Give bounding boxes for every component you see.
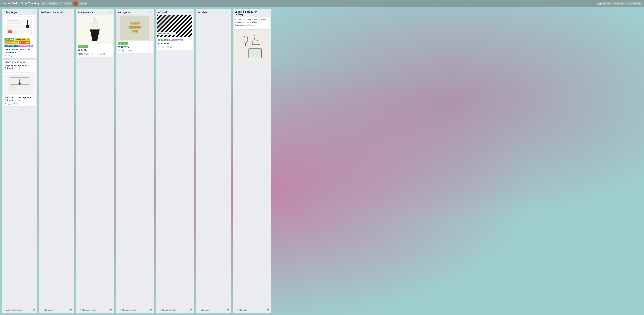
plus-icon-cp: + bbox=[4, 309, 6, 311]
archive-button-it[interactable]: ⊡ bbox=[190, 308, 193, 312]
svg-rect-4 bbox=[8, 25, 15, 26]
svg-rect-10 bbox=[8, 30, 12, 33]
list-menu-button-checked-in[interactable]: ··· bbox=[266, 12, 269, 15]
card-title-read-first: <READ FIRST> How to use Trello Board bbox=[4, 48, 34, 54]
list-body-waiting-approval bbox=[39, 15, 74, 307]
card-content-po-001: On Time Order #001 ▦ Template ≡ 📎 bbox=[76, 44, 113, 56]
svg-rect-37 bbox=[130, 22, 134, 23]
label-on-time: On Time bbox=[4, 38, 14, 41]
calendar-icon: 📅 bbox=[598, 2, 601, 5]
label-cfa-approved-it: CFA Approved bbox=[168, 39, 183, 41]
list-footer-checked-in: + Add a card ⊡ bbox=[232, 307, 271, 313]
card-read-first[interactable]: On Time Needs attention Needs Repair Bac… bbox=[3, 15, 36, 58]
checklist-indicator-it: ☑ 4/6 bbox=[167, 46, 172, 48]
show-menu-label: Show Menu bbox=[630, 2, 640, 5]
add-card-label-received: Add a card bbox=[200, 309, 210, 311]
list-in-progress: In Progress ··· bbox=[116, 9, 154, 313]
archive-button-cp[interactable]: ⊡ bbox=[33, 308, 36, 312]
plus-icon-ip: + bbox=[118, 309, 120, 311]
list-menu-button-it[interactable]: ··· bbox=[189, 10, 192, 14]
invite-button[interactable]: Invite bbox=[79, 2, 87, 6]
svg-rect-43 bbox=[239, 32, 265, 62]
show-menu-button[interactable]: ··· Show Menu bbox=[626, 2, 642, 6]
add-another-card-button-it[interactable]: + Add another card bbox=[157, 308, 190, 312]
attachment-indicator: 📎 1 bbox=[8, 55, 12, 57]
card-footer-read-first: ≡ 📎 1 bbox=[4, 55, 34, 57]
card-checked-in-notes[interactable]: L... sed dius dolore magn... quam nosven… bbox=[234, 17, 270, 30]
card-story-board[interactable]: STORY BOARD <add Storyboard Image here f… bbox=[3, 60, 36, 72]
comment-icon: 💬 bbox=[8, 103, 10, 105]
add-another-card-button-ip[interactable]: + Add another card bbox=[117, 308, 150, 312]
label-cfa-ordered: CFA Ordered bbox=[4, 44, 18, 47]
avatar[interactable]: A bbox=[73, 1, 78, 6]
checklist-icon-po: ☑ bbox=[100, 53, 102, 55]
card-it-002[interactable]: STEVIE HOWELL On Time CFA Approved Order… bbox=[157, 15, 193, 50]
calendar-button[interactable]: 📅 Calendar bbox=[597, 2, 612, 6]
archive-button-po[interactable]: ⊡ bbox=[110, 308, 113, 312]
attachment-icon: 📎 bbox=[8, 55, 10, 57]
card-image-sketch bbox=[234, 31, 270, 63]
list-body-checked-in: L... sed dius dolore magn... quam nosven… bbox=[232, 17, 271, 307]
personal-button[interactable]: Personal bbox=[47, 2, 59, 6]
butler-button[interactable]: ⚡ Butler bbox=[613, 2, 624, 6]
card-plan[interactable]: PLAN <add plan Image here for Quick refe… bbox=[3, 73, 36, 106]
list-menu-button-ip[interactable]: ··· bbox=[149, 10, 152, 14]
list-menu-button-client-project[interactable]: ··· bbox=[32, 10, 35, 14]
plus-icon-checked-in: + bbox=[235, 309, 236, 311]
card-po-001[interactable]: On Time Order #001 ▦ Template ≡ 📎 bbox=[76, 15, 113, 56]
list-menu-button-waiting-approval[interactable]: ··· bbox=[69, 10, 72, 14]
card-title-ip-001: Order #001 bbox=[118, 46, 152, 48]
add-card-button-received[interactable]: + Add a card bbox=[197, 308, 226, 312]
list-header-checked-in: Checked in ready for Delivery ··· bbox=[232, 9, 271, 17]
checklist-icon-it: ☑ bbox=[167, 46, 169, 48]
list-title-in-progress: In Progress bbox=[118, 11, 130, 14]
card-image-fabric: STEVIE HOWELL bbox=[157, 15, 193, 38]
card-title-po-001: Order #001 bbox=[78, 49, 112, 52]
list-purchase-order: Purchase Order ··· bbox=[76, 9, 114, 313]
svg-rect-5 bbox=[16, 25, 22, 26]
description-indicator: ≡ bbox=[4, 55, 7, 57]
list-body-received bbox=[196, 15, 231, 307]
card-image-read-first bbox=[4, 16, 34, 37]
card-ip-001[interactable]: On Time Order #001 ≡ 📎 1 ☑ 0/6 bbox=[116, 15, 153, 53]
description-icon-it: ≡ bbox=[158, 46, 160, 48]
template-icon: ▦ bbox=[79, 53, 81, 55]
archive-button-received[interactable]: ⊡ bbox=[226, 308, 230, 312]
svg-text:STEVIE HOWELL: STEVIE HOWELL bbox=[158, 33, 171, 34]
list-menu-button-po[interactable]: ··· bbox=[109, 10, 112, 14]
plus-icon-po: + bbox=[78, 309, 80, 311]
add-another-card-button-cp[interactable]: + Add another card bbox=[3, 308, 33, 312]
public-button[interactable]: 🌐 Public bbox=[60, 2, 72, 6]
archive-button-ip[interactable]: ⊡ bbox=[150, 308, 153, 312]
list-in-transit: in Transit ··· bbox=[156, 9, 194, 313]
checklist-indicator-ip: ☑ 0/6 bbox=[127, 49, 132, 52]
card-footer-plan: 👁 💬 1 📎 1 bbox=[4, 103, 34, 105]
description-indicator-it: ≡ bbox=[158, 46, 160, 48]
description-icon: ≡ bbox=[4, 55, 7, 57]
add-card-label-wa: Add a card bbox=[43, 309, 53, 311]
star-button[interactable]: ★ bbox=[41, 2, 46, 6]
add-card-button-wa[interactable]: + Add a card bbox=[40, 308, 70, 312]
attachment-indicator-po: 📎 1 bbox=[95, 53, 99, 55]
template-badge: ▦ Template bbox=[78, 52, 90, 55]
archive-button-wa[interactable]: ⊡ bbox=[70, 308, 73, 312]
label-cfa-approved: CFA Approved bbox=[18, 44, 33, 47]
card-checked-in-sketch[interactable] bbox=[234, 31, 270, 63]
header-right: 📅 Calendar ⚡ Butler ··· Show Menu bbox=[597, 2, 642, 6]
list-footer-waiting-approval: + Add a card ⊡ bbox=[39, 307, 74, 313]
svg-rect-8 bbox=[8, 28, 26, 28]
label-on-time-it: On Time bbox=[158, 39, 168, 41]
attachment-count-plan: 1 bbox=[16, 103, 17, 105]
card-footer-it-002: ≡ 📎 1 ☑ 4/6 bbox=[158, 46, 192, 48]
attachment-icon-plan: 📎 bbox=[13, 103, 16, 105]
add-another-card-label-po: Add another card bbox=[80, 309, 96, 311]
svg-rect-1 bbox=[8, 20, 18, 21]
add-another-card-button-po[interactable]: + Add another card bbox=[77, 308, 110, 312]
add-card-button-checked-in[interactable]: + Add a card bbox=[234, 308, 266, 312]
description-indicator-ip: ≡ bbox=[118, 49, 120, 52]
card-title-story-board: STORY BOARD <add Storyboard Image here f… bbox=[4, 61, 34, 70]
archive-button-checked-in[interactable]: ⊡ bbox=[266, 308, 270, 312]
list-menu-button-received[interactable]: ··· bbox=[226, 10, 229, 14]
list-received: Received ··· + Add a card ⊡ bbox=[196, 9, 231, 313]
list-footer-received: + Add a card ⊡ bbox=[196, 307, 231, 313]
